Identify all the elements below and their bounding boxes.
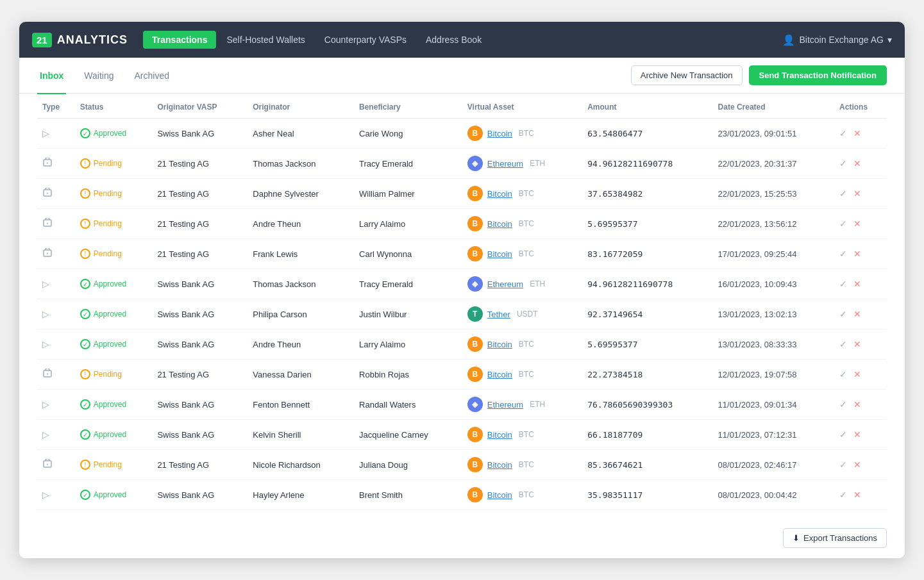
reject-action-icon[interactable]: ✕ [853, 128, 861, 138]
cell-date: 12/01/2023, 19:07:58 [713, 360, 834, 390]
cell-beneficiary: William Palmer [354, 179, 462, 209]
approve-action-icon[interactable]: ✓ [839, 188, 847, 199]
asset-name[interactable]: Ethereum [487, 279, 523, 289]
cell-actions: ✓ ✕ [834, 269, 887, 299]
nav-counterparty[interactable]: Counterparty VASPs [315, 31, 416, 49]
approve-action-icon[interactable]: ✓ [839, 429, 847, 440]
asset-icon: B [467, 487, 483, 502]
asset-name[interactable]: Bitcoin [487, 219, 512, 229]
approve-action-icon[interactable]: ✓ [839, 460, 847, 470]
asset-symbol: ETH [530, 400, 545, 409]
reject-action-icon[interactable]: ✕ [853, 158, 861, 169]
cell-type [37, 239, 75, 269]
approve-action-icon[interactable]: ✓ [839, 369, 847, 379]
cell-vasp: Swiss Bank AG [152, 329, 248, 360]
approve-action-icon[interactable]: ✓ [839, 249, 847, 259]
send-transaction-notification-button[interactable]: Send Transaction Notification [749, 65, 887, 85]
cell-asset: B Bitcoin BTC [462, 480, 582, 510]
reject-action-icon[interactable]: ✕ [853, 399, 861, 410]
cell-vasp: 21 Testing AG [152, 209, 248, 239]
archive-new-transaction-button[interactable]: Archive New Transaction [631, 65, 743, 85]
tabs-bar: Inbox Waiting Archived Archive New Trans… [19, 58, 905, 94]
col-beneficiary: Beneficiary [354, 94, 462, 119]
reject-action-icon[interactable]: ✕ [853, 460, 861, 470]
status-dot: ✓ [80, 490, 90, 500]
cell-originator: Frank Lewis [248, 239, 354, 269]
cell-status: ✓ Approved [75, 269, 153, 299]
reject-action-icon[interactable]: ✕ [853, 339, 861, 349]
reject-action-icon[interactable]: ✕ [853, 490, 861, 500]
approve-action-icon[interactable]: ✓ [839, 339, 847, 349]
approve-action-icon[interactable]: ✓ [839, 309, 847, 319]
cell-type [37, 450, 75, 480]
cell-amount: 37.65384982 [582, 179, 712, 209]
reject-action-icon[interactable]: ✕ [853, 429, 861, 440]
type-icon [42, 250, 53, 260]
asset-icon: B [467, 457, 483, 472]
reject-action-icon[interactable]: ✕ [853, 369, 861, 379]
cell-status: ! Pending [75, 239, 153, 269]
cell-vasp: 21 Testing AG [152, 239, 248, 269]
tab-inbox[interactable]: Inbox [37, 58, 66, 94]
tab-waiting[interactable]: Waiting [81, 58, 116, 94]
cell-type: ▷ [37, 269, 75, 299]
tab-archived[interactable]: Archived [132, 58, 172, 94]
table-row: ▷ ✓ Approved Swiss Bank AG Hayley Arlene… [37, 480, 887, 510]
asset-icon: T [467, 306, 483, 322]
nav-user[interactable]: 👤 Bitcoin Exchange AG ▾ [782, 34, 892, 46]
asset-name[interactable]: Bitcoin [487, 430, 512, 440]
svg-point-3 [47, 192, 48, 194]
tabs-actions: Archive New Transaction Send Transaction… [631, 65, 887, 85]
logo-text: ANALYTICS [57, 33, 128, 47]
status-dot: ! [80, 249, 90, 259]
asset-name[interactable]: Ethereum [487, 400, 523, 410]
status-dot: ! [80, 219, 90, 229]
asset-name[interactable]: Bitcoin [487, 490, 512, 500]
cell-asset: ◈ Ethereum ETH [462, 149, 582, 179]
cell-amount: 63.54806477 [582, 119, 712, 149]
cell-originator: Fenton Bennett [248, 390, 354, 420]
reject-action-icon[interactable]: ✕ [853, 279, 861, 289]
approve-action-icon[interactable]: ✓ [839, 158, 847, 169]
asset-name[interactable]: Bitcoin [487, 370, 512, 379]
cell-date: 22/01/2023, 15:25:53 [713, 179, 834, 209]
asset-icon: B [467, 246, 483, 261]
asset-icon: B [467, 367, 483, 382]
approve-action-icon[interactable]: ✓ [839, 128, 847, 138]
cell-beneficiary: Tracy Emerald [354, 269, 462, 299]
asset-icon: ◈ [467, 276, 483, 292]
reject-action-icon[interactable]: ✕ [853, 219, 861, 229]
status-text: Approved [94, 490, 126, 499]
approve-action-icon[interactable]: ✓ [839, 279, 847, 289]
cell-beneficiary: Tracy Emerald [354, 149, 462, 179]
export-transactions-button[interactable]: ⬇ Export Transactions [783, 528, 887, 548]
approve-action-icon[interactable]: ✓ [839, 490, 847, 500]
approve-action-icon[interactable]: ✓ [839, 399, 847, 410]
svg-point-7 [47, 253, 48, 254]
cell-amount: 94.96128211690778 [582, 269, 712, 299]
cell-beneficiary: Larry Alaimo [354, 209, 462, 239]
asset-name[interactable]: Bitcoin [487, 189, 512, 199]
reject-action-icon[interactable]: ✕ [853, 309, 861, 319]
asset-name[interactable]: Bitcoin [487, 249, 512, 259]
status-dot: ! [80, 188, 90, 199]
asset-name[interactable]: Bitcoin [487, 340, 512, 349]
cell-status: ✓ Approved [75, 299, 153, 329]
status-text: Pending [94, 219, 122, 228]
reject-action-icon[interactable]: ✕ [853, 249, 861, 259]
reject-action-icon[interactable]: ✕ [853, 188, 861, 199]
nav-address-book[interactable]: Address Book [417, 31, 491, 49]
nav-self-hosted[interactable]: Self-Hosted Wallets [217, 31, 314, 49]
status-text: Approved [94, 340, 126, 349]
asset-name[interactable]: Ethereum [487, 159, 523, 169]
cell-date: 08/01/2023, 00:04:42 [713, 480, 834, 510]
asset-name[interactable]: Bitcoin [487, 129, 512, 138]
asset-name[interactable]: Tether [487, 310, 510, 319]
cell-originator: Vanessa Darien [248, 360, 354, 390]
asset-name[interactable]: Bitcoin [487, 460, 512, 470]
approve-action-icon[interactable]: ✓ [839, 219, 847, 229]
nav-transactions[interactable]: Transactions [143, 31, 216, 49]
cell-asset: B Bitcoin BTC [462, 360, 582, 390]
cell-type: ▷ [37, 480, 75, 510]
table-row: ▷ ✓ Approved Swiss Bank AG Fenton Bennet… [37, 390, 887, 420]
